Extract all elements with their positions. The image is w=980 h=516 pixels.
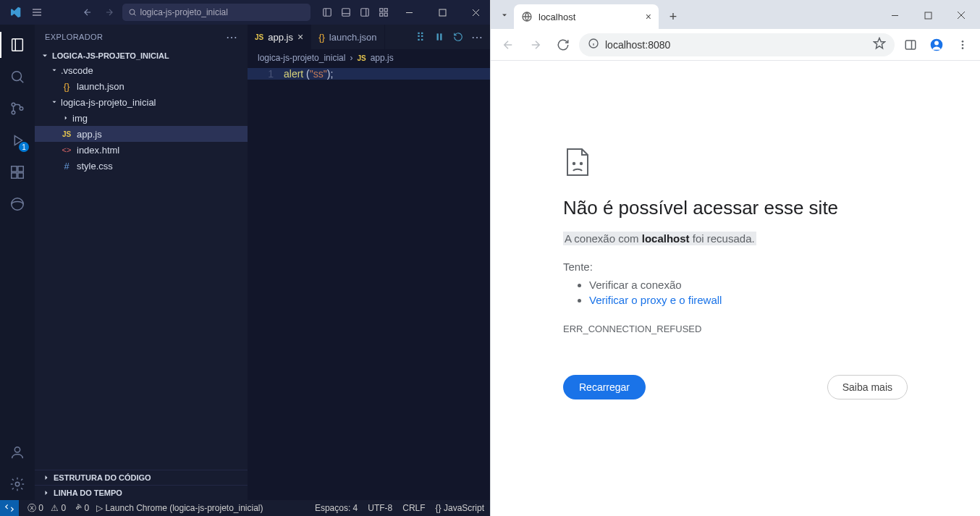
breadcrumb-root: logica-js-projeto_inicial <box>258 53 345 63</box>
side-panel-icon[interactable] <box>899 33 922 56</box>
status-bar: ⓧ 0 ⚠ 0 0 ▷ Launch Chrome (logica-js-pro… <box>0 500 490 516</box>
outline-section[interactable]: ESTRUTURA DO CÓDIGO <box>35 470 248 485</box>
source-control-activity-icon[interactable] <box>0 93 35 124</box>
status-launch-config[interactable]: ▷ Launch Chrome (logica-js-projeto_inici… <box>96 503 263 513</box>
svg-point-50 <box>580 163 582 164</box>
folder-label: img <box>72 113 88 124</box>
window-close-icon[interactable] <box>465 2 486 22</box>
chrome-menu-icon[interactable] <box>951 33 974 56</box>
browser-tab[interactable]: localhost × <box>514 4 659 29</box>
explorer-sidebar: EXPLORADOR ⋯ LOGICA-JS-PROJETO_INICIAL .… <box>35 25 248 500</box>
status-ports[interactable]: 0 <box>73 503 89 513</box>
file-launch-json[interactable]: {} launch.json <box>35 78 248 94</box>
error-try-label: Tente: <box>563 261 908 273</box>
folder-project[interactable]: logica-js-projeto_inicial <box>35 94 248 110</box>
svg-point-23 <box>20 107 23 111</box>
chevron-right-icon <box>61 114 71 122</box>
error-title: Não é possível acessar esse site <box>563 197 908 219</box>
accounts-activity-icon[interactable] <box>0 436 35 468</box>
file-label: launch.json <box>77 81 124 92</box>
html-file-icon: <> <box>61 144 72 156</box>
new-tab-button[interactable]: + <box>663 7 683 27</box>
address-bar[interactable]: localhost:8080 <box>579 33 895 56</box>
layout-customize-icon[interactable] <box>376 4 392 20</box>
menu-icon[interactable] <box>30 6 43 19</box>
edge-activity-icon[interactable] <box>0 188 35 220</box>
timeline-label: LINHA DO TEMPO <box>54 488 122 497</box>
bookmark-star-icon[interactable] <box>873 37 886 52</box>
remote-button[interactable] <box>0 500 19 516</box>
breadcrumb[interactable]: logica-js-projeto_inicial › JS app.js <box>248 49 490 67</box>
settings-activity-icon[interactable] <box>0 468 35 500</box>
command-center-search[interactable]: logica-js-projeto_inicial <box>122 4 311 21</box>
svg-rect-9 <box>361 9 369 17</box>
suggestion-item: Verificar a conexão <box>589 279 908 291</box>
window-minimize-icon[interactable] <box>880 4 909 26</box>
status-language[interactable]: {} JavaScript <box>436 503 484 513</box>
extensions-activity-icon[interactable] <box>0 156 35 188</box>
reload-page-button[interactable]: Recarregar <box>563 375 646 399</box>
debug-drag-icon[interactable]: ⠿ <box>413 30 428 44</box>
proxy-firewall-link[interactable]: Verificar o proxy e o firewall <box>589 294 722 306</box>
tab-title: localhost <box>538 12 575 22</box>
svg-rect-36 <box>925 12 932 19</box>
svg-rect-26 <box>12 173 17 178</box>
close-tab-icon[interactable]: × <box>297 31 303 43</box>
status-warnings[interactable]: ⚠ 0 <box>51 503 66 513</box>
layout-secondary-icon[interactable] <box>357 4 373 20</box>
layout-primary-icon[interactable] <box>319 4 335 20</box>
svg-point-49 <box>573 163 575 164</box>
timeline-section[interactable]: LINHA DO TEMPO <box>35 485 248 500</box>
svg-rect-11 <box>380 9 383 12</box>
file-index-html[interactable]: <> index.html <box>35 142 248 158</box>
learn-more-button[interactable]: Saiba mais <box>827 375 908 399</box>
window-maximize-icon[interactable] <box>432 2 452 22</box>
file-label: app.js <box>77 129 102 140</box>
window-close-icon[interactable] <box>947 4 976 26</box>
search-activity-icon[interactable] <box>0 61 35 93</box>
window-maximize-icon[interactable] <box>913 4 942 26</box>
outline-label: ESTRUTURA DO CÓDIGO <box>54 473 151 482</box>
vscode-window: logica-js-projeto_inicial 1 <box>0 0 490 516</box>
debug-badge: 1 <box>19 142 29 152</box>
debug-pause-icon[interactable] <box>432 30 447 44</box>
chevron-down-icon <box>49 67 59 74</box>
sad-page-icon <box>563 148 592 177</box>
file-style-css[interactable]: # style.css <box>35 158 248 174</box>
svg-rect-24 <box>12 166 17 172</box>
status-eol[interactable]: CRLF <box>402 503 425 513</box>
svg-point-28 <box>12 198 24 211</box>
window-minimize-icon[interactable] <box>399 2 419 22</box>
folder-label: logica-js-projeto_inicial <box>61 97 156 108</box>
profile-avatar-icon[interactable] <box>925 33 948 56</box>
folder-img[interactable]: img <box>35 110 248 126</box>
status-spaces[interactable]: Espaços: 4 <box>315 503 358 513</box>
status-errors[interactable]: ⓧ 0 <box>28 502 43 515</box>
tab-search-dropdown-icon[interactable] <box>495 6 514 25</box>
project-folder-header[interactable]: LOGICA-JS-PROJETO_INICIAL <box>35 49 248 62</box>
close-tab-icon[interactable]: × <box>646 11 651 22</box>
file-label: index.html <box>77 145 119 156</box>
svg-rect-42 <box>905 41 916 49</box>
nav-back-icon[interactable] <box>81 6 94 19</box>
status-encoding[interactable]: UTF-8 <box>368 503 392 513</box>
code-editor[interactable]: 1 alert ("ss"); <box>248 67 490 500</box>
svg-point-45 <box>934 41 939 45</box>
folder-vscode[interactable]: .vscode <box>35 62 248 78</box>
reload-button[interactable] <box>552 33 575 56</box>
site-info-icon[interactable] <box>588 38 599 51</box>
explorer-activity-icon[interactable] <box>0 29 35 61</box>
debug-more-icon[interactable]: ⋯ <box>470 30 484 44</box>
svg-point-33 <box>77 507 79 509</box>
nav-forward-icon[interactable] <box>103 6 116 19</box>
layout-panel-icon[interactable] <box>338 4 354 20</box>
tab-launch-json[interactable]: {} launch.json <box>311 25 384 49</box>
debug-restart-icon[interactable] <box>451 30 465 44</box>
debug-activity-icon[interactable]: 1 <box>0 124 35 156</box>
svg-rect-13 <box>380 13 383 16</box>
project-title: LOGICA-JS-PROJETO_INICIAL <box>52 51 169 60</box>
explorer-more-icon[interactable]: ⋯ <box>226 30 237 44</box>
file-app-js[interactable]: JS app.js <box>35 126 248 142</box>
tab-app-js[interactable]: JS app.js × <box>248 25 311 49</box>
svg-point-21 <box>12 103 15 106</box>
